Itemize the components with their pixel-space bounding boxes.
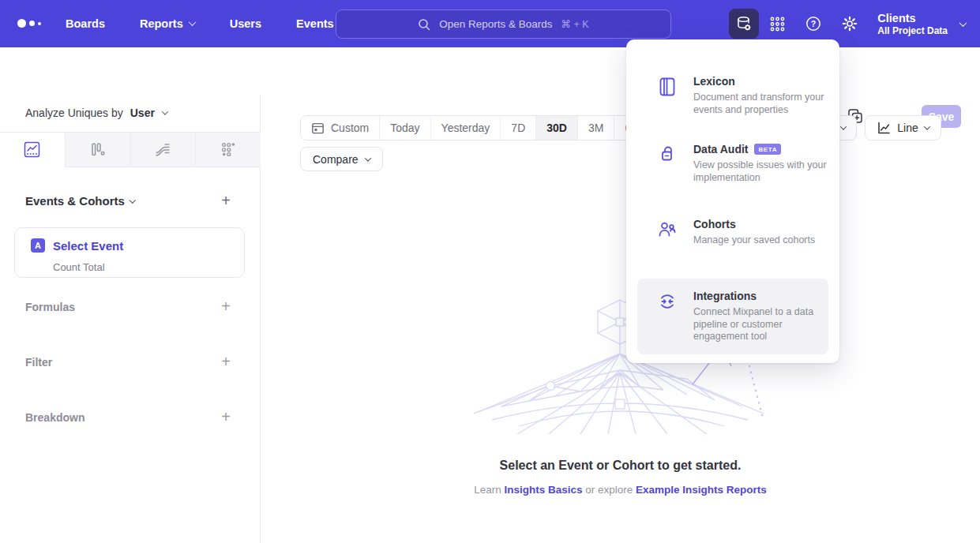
filter-header: Filter <box>25 356 52 369</box>
menu-item-integrations[interactable]: Integrations Connect Mixpanel to a data … <box>637 279 828 354</box>
or-explore-text: or explore <box>585 484 633 496</box>
count-total-label[interactable]: Count Total <box>53 261 105 273</box>
range-today[interactable]: Today <box>379 116 430 140</box>
search-placeholder: Open Reports & Boards <box>439 18 552 30</box>
help-button[interactable]: ? <box>795 15 832 32</box>
tab-metric-chart[interactable] <box>195 133 261 167</box>
nav-events[interactable]: Events <box>296 17 334 30</box>
event-row[interactable]: A Select Event Count Total <box>14 227 245 278</box>
range-custom[interactable]: Custom <box>301 116 379 140</box>
database-gear-icon <box>735 15 753 32</box>
data-management-menu: Lexicon Document and transform your even… <box>626 39 839 363</box>
svg-text:?: ? <box>811 19 816 28</box>
primary-nav: Boards Reports Users Events <box>66 0 334 47</box>
event-letter-badge: A <box>31 238 45 253</box>
metric-dots-icon <box>220 141 237 158</box>
range-7d[interactable]: 7D <box>500 116 535 140</box>
chart-type-tabs <box>0 132 261 167</box>
project-scope: All Project Data <box>877 25 948 37</box>
compare-label: Compare <box>313 153 359 166</box>
apps-grid-button[interactable] <box>759 16 795 32</box>
chevron-down-icon <box>840 123 847 129</box>
flow-icon <box>154 141 171 159</box>
book-icon <box>657 75 678 122</box>
chart-type-label: Line <box>897 122 918 134</box>
global-search[interactable]: Open Reports & Boards ⌘ + K <box>336 9 671 39</box>
beta-badge: BETA <box>754 144 781 155</box>
chevron-down-icon <box>130 197 136 203</box>
search-icon <box>418 18 430 31</box>
grid-icon <box>769 16 786 32</box>
tab-flow-chart[interactable] <box>130 133 196 167</box>
chevron-down-icon <box>923 123 929 129</box>
breakdown-header: Breakdown <box>25 411 84 424</box>
analyze-value: User <box>130 107 155 119</box>
integrations-icon <box>657 290 678 343</box>
settings-button[interactable] <box>832 15 868 32</box>
empty-state-title: Select an Event or Cohort to get started… <box>261 459 980 473</box>
formulas-header: Formulas <box>25 301 75 313</box>
nav-users[interactable]: Users <box>230 17 261 30</box>
chevron-down-icon <box>959 19 967 27</box>
menu-item-title: Data Audit <box>693 143 748 155</box>
breakdown-label: Breakdown <box>25 411 84 424</box>
analyze-label: Analyze Uniques by <box>25 107 123 119</box>
chevron-down-icon <box>188 18 196 26</box>
menu-item-cohorts[interactable]: Cohorts Manage your saved cohorts <box>626 208 839 277</box>
tab-line-chart[interactable] <box>0 133 65 167</box>
learn-text: Learn <box>474 484 501 496</box>
menu-item-description: View possible issues with your implement… <box>693 159 827 184</box>
range-7d-label: 7D <box>511 122 525 134</box>
range-3m[interactable]: 3M <box>577 116 614 140</box>
add-event-button[interactable]: + <box>218 193 234 209</box>
nav-boards[interactable]: Boards <box>66 17 105 30</box>
search-shortcut: ⌘ + K <box>561 18 589 30</box>
menu-item-description: Document and transform your events and p… <box>693 92 827 116</box>
insights-basics-link[interactable]: Insights Basics <box>504 484 582 496</box>
add-breakdown-button[interactable]: + <box>218 410 234 425</box>
chevron-down-icon <box>364 155 370 161</box>
range-30d[interactable]: 30D <box>535 116 577 140</box>
range-30d-label: 30D <box>546 122 567 134</box>
help-icon: ? <box>805 15 822 32</box>
add-filter-button[interactable]: + <box>218 354 234 370</box>
chart-type-dropdown[interactable]: Line <box>865 115 941 140</box>
filter-label: Filter <box>25 356 52 369</box>
formulas-label: Formulas <box>25 301 75 313</box>
chevron-down-icon <box>162 108 168 114</box>
menu-item-lexicon[interactable]: Lexicon Document and transform your even… <box>626 65 839 133</box>
menu-item-title: Cohorts <box>693 218 815 230</box>
mixpanel-insights-app: Boards Reports Users Events Open Reports… <box>0 0 980 543</box>
data-management-button[interactable] <box>729 9 759 39</box>
bar-chart-icon <box>89 141 106 158</box>
project-name: Clients <box>877 11 948 25</box>
mixpanel-logo-icon[interactable] <box>17 19 41 28</box>
compare-button[interactable]: Compare <box>300 147 383 171</box>
nav-reports-label: Reports <box>140 17 183 30</box>
menu-item-data-audit[interactable]: Data Audit BETA View possible issues wit… <box>626 133 839 208</box>
audit-icon <box>657 143 678 197</box>
menu-item-description: Manage your saved cohorts <box>693 234 815 247</box>
events-cohorts-label: Events & Cohorts <box>25 194 125 208</box>
range-yesterday[interactable]: Yesterday <box>430 116 501 140</box>
range-today-label: Today <box>390 122 419 134</box>
nav-reports[interactable]: Reports <box>140 17 195 30</box>
line-chart-icon <box>24 141 40 158</box>
events-cohorts-header[interactable]: Events & Cohorts <box>25 194 134 208</box>
nav-boards-label: Boards <box>66 17 105 30</box>
menu-item-description: Connect Mixpanel to a data pipeline or c… <box>693 306 817 343</box>
empty-state-links: Learn Insights Basics or explore Example… <box>261 484 980 496</box>
line-chart-icon <box>877 121 891 135</box>
calendar-icon <box>311 122 325 135</box>
add-formula-button[interactable]: + <box>218 299 234 315</box>
analyze-uniques-control[interactable]: Analyze Uniques by User <box>25 107 167 119</box>
nav-users-label: Users <box>230 17 261 30</box>
date-range-group: Custom Today Yesterday 7D 30D 3M 6M <box>300 115 651 140</box>
select-event-label[interactable]: Select Event <box>53 239 123 253</box>
cohorts-icon <box>657 218 678 267</box>
tab-bar-chart[interactable] <box>65 133 130 167</box>
project-selector[interactable]: Clients All Project Data <box>877 11 966 37</box>
example-insights-reports-link[interactable]: Example Insights Reports <box>636 484 767 496</box>
menu-item-title: Lexicon <box>693 75 827 88</box>
range-yesterday-label: Yesterday <box>441 122 490 134</box>
